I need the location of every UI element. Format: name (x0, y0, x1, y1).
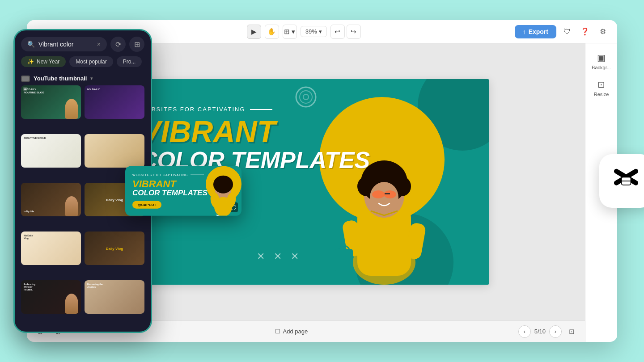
header-right: ↑ Export 🛡 ❓ ⚙ (515, 25, 610, 39)
background-icon: ▣ (597, 52, 606, 63)
template-thumb-9[interactable]: EmbracingMy OnlyRoutine. (21, 280, 81, 314)
cross2: ✕ (274, 251, 282, 262)
sidebar-refresh-button[interactable]: ⟳ (110, 37, 126, 52)
shield-icon-button[interactable]: 🛡 (560, 25, 574, 39)
template-thumb-3[interactable]: ABOUT THE WORLD (21, 134, 81, 168)
svg-point-18 (213, 176, 233, 194)
filter-pro-label: Pro... (123, 59, 136, 65)
filter-tag-pro[interactable]: Pro... (117, 56, 142, 67)
zoom-level: 39% (305, 28, 317, 35)
svg-rect-12 (385, 193, 390, 194)
template-thumb-8[interactable]: Daily Vlog (85, 232, 144, 265)
sidebar-search: 🔍 Vibrant color × ⟳ ⊞ (15, 30, 151, 56)
svg-rect-16 (22, 76, 29, 81)
preview-subtitle-line (191, 175, 204, 175)
thumb-text-1: MY DAILYROUTINE BLOG (24, 88, 78, 94)
settings-icon-button[interactable]: ⚙ (596, 25, 610, 39)
resize-icon: ⊡ (597, 79, 605, 90)
thumb-person-5 (65, 196, 78, 216)
template-thumb-7[interactable]: My DailyVlog (21, 232, 81, 265)
background-label: Backgr... (592, 65, 611, 70)
category-header[interactable]: YouTube thumbnail ▾ (15, 72, 151, 85)
search-clear-button[interactable]: × (97, 41, 101, 48)
filter-tag-popular[interactable]: Most popular (69, 56, 113, 67)
add-page-icon: ☐ (275, 328, 280, 335)
pan-tool-button[interactable]: ✋ (265, 25, 279, 39)
subtitle-line (250, 109, 272, 110)
undo-button[interactable]: ↩ (330, 25, 345, 39)
template-thumb-5[interactable]: In My Life (21, 183, 81, 216)
svg-point-10 (372, 190, 385, 198)
header-center: ▶ ✋ ⊞ ▾ 39% ▾ ↩ ↪ (98, 25, 509, 39)
fit-page-button[interactable]: ⊡ (565, 325, 578, 338)
filter-tag-newyear[interactable]: ✨ New Year (21, 56, 66, 67)
zoom-button[interactable]: 39% ▾ (301, 26, 327, 37)
category-icon (21, 76, 30, 82)
svg-point-1 (300, 91, 312, 103)
add-page-button[interactable]: ☐ Add page (271, 326, 312, 337)
cross-marks: ✕ ✕ ✕ (257, 251, 299, 262)
thumb-text-10: Embracing theJourney (87, 283, 142, 288)
thumb-person-9 (65, 294, 78, 314)
add-page-label: Add page (283, 328, 308, 335)
preview-inner: WEBSITES FOR CAPTIVATING VIBRANT COLOR T… (125, 166, 242, 216)
layout-tool-button[interactable]: ⊞ ▾ (283, 25, 297, 39)
template-thumb-4[interactable] (85, 134, 144, 168)
search-icon: 🔍 (27, 41, 35, 48)
footer-right: ‹ 5/10 › ⊡ (518, 325, 578, 338)
prev-page-button[interactable]: ‹ (518, 325, 531, 338)
export-label: Export (529, 28, 548, 35)
capcut-scissors-icon (610, 165, 642, 197)
category-title: YouTube thumbnail (34, 75, 87, 82)
preview-person (209, 173, 238, 216)
thumb-text-2: MY DAILY (87, 88, 142, 91)
canvas-subtitle: WEBSITES FOR CAPTIVATING (140, 106, 370, 113)
thumb-text-9: EmbracingMy OnlyRoutine. (24, 283, 78, 291)
sidebar-filter-button[interactable]: ⊞ (129, 37, 144, 52)
search-box[interactable]: 🔍 Vibrant color × (21, 37, 107, 51)
filter-tag-label: New Year (37, 59, 59, 65)
resize-panel-item[interactable]: ⊡ Resize (589, 76, 614, 101)
thumb-text-3: ABOUT THE WORLD (24, 137, 78, 139)
search-value: Vibrant color (38, 41, 93, 48)
resize-label: Resize (594, 92, 609, 97)
zoom-chevron: ▾ (319, 28, 322, 35)
svg-point-2 (303, 94, 309, 100)
thumb-person-1 (65, 99, 78, 119)
help-icon-button[interactable]: ❓ (578, 25, 592, 39)
template-thumb-1[interactable]: MY DAILYROUTINE BLOG + (21, 85, 81, 119)
pointer-tool-button[interactable]: ▶ (247, 25, 261, 39)
background-panel-item[interactable]: ▣ Backgr... (589, 49, 614, 74)
thumb-text-7: My DailyVlog (24, 234, 78, 240)
svg-point-0 (296, 87, 316, 107)
undo-redo-group: ↩ ↪ (330, 25, 361, 39)
cross3: ✕ (291, 251, 299, 262)
filter-tags: ✨ New Year Most popular Pro... (15, 56, 151, 72)
thumb-text-6: Daily Vlog (106, 198, 123, 202)
thumb-text-8: Daily Vlog (106, 246, 123, 250)
canvas-person-image (324, 124, 445, 285)
template-thumb-2[interactable]: MY DAILY (85, 85, 144, 119)
cross1: ✕ (257, 251, 265, 262)
filter-popular-label: Most popular (76, 59, 106, 65)
preview-popup: WEBSITES FOR CAPTIVATING VIBRANT COLOR T… (125, 166, 242, 216)
page-info: 5/10 (534, 328, 546, 335)
thumb-text-5: In My Life (24, 210, 34, 213)
category-chevron: ▾ (90, 76, 93, 81)
tag-star-icon: ✨ (27, 59, 34, 65)
svg-point-9 (370, 182, 398, 213)
svg-rect-15 (335, 249, 353, 271)
export-button[interactable]: ↑ Export (515, 25, 556, 38)
preview-tag[interactable]: @CAPCUT (132, 201, 161, 209)
footer-center: ☐ Add page (271, 326, 312, 337)
template-thumb-10[interactable]: Embracing theJourney (85, 280, 144, 314)
capcut-logo (599, 154, 644, 208)
export-icon: ↑ (523, 28, 526, 35)
redo-button[interactable]: ↪ (347, 25, 361, 39)
next-page-button[interactable]: › (549, 325, 562, 338)
